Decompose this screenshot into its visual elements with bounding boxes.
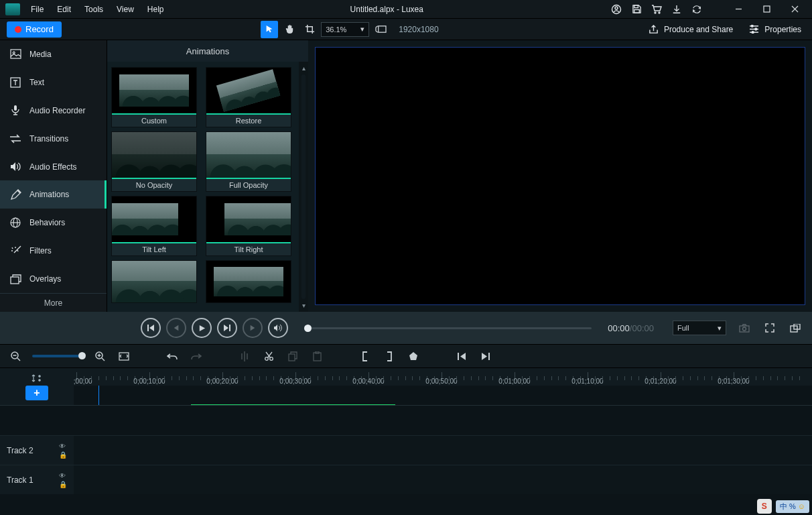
redo-button[interactable] [189, 349, 204, 363]
fullscreen-button[interactable] [762, 321, 777, 335]
preview-mode-select[interactable]: Full▾ [673, 321, 726, 335]
properties-button[interactable]: Properties [749, 25, 801, 34]
zoom-fit-button[interactable] [117, 349, 131, 363]
svg-point-1 [615, 7, 618, 9]
preview-canvas[interactable] [315, 47, 805, 305]
rewind-start-button[interactable] [141, 318, 161, 338]
go-start-button[interactable] [454, 349, 469, 363]
sidebar-item-transitions[interactable]: Transitions [0, 125, 107, 153]
anim-thumb-tilt-left[interactable]: Tilt Left [111, 196, 197, 256]
scroll-up-icon[interactable]: ▴ [302, 64, 306, 72]
pointer-tool[interactable] [261, 21, 278, 38]
anim-thumb-7[interactable] [111, 260, 197, 303]
undo-button[interactable] [165, 349, 180, 363]
zoom-slider[interactable] [32, 355, 83, 357]
playback-knob[interactable] [304, 325, 312, 332]
watermark: S 中 % ☺ [757, 499, 809, 514]
track-label-2[interactable]: Track 2👁🔒 [0, 436, 74, 465]
zoom-in-button[interactable] [92, 349, 107, 363]
paste-button[interactable] [310, 349, 324, 363]
crop-tool[interactable] [301, 21, 318, 38]
anim-thumb-restore[interactable]: Restore [206, 67, 291, 127]
sidebar: Media Text Audio Recorder Transitions Au… [0, 40, 107, 312]
record-button[interactable]: Record [7, 21, 62, 38]
split-button[interactable] [237, 349, 252, 363]
produce-share-button[interactable]: Produce and Share [649, 24, 733, 34]
track-label-1[interactable]: Track 1👁🔒 [0, 465, 74, 494]
detach-preview-button[interactable] [788, 321, 803, 335]
menu-help[interactable]: Help [141, 0, 171, 19]
prev-frame-button[interactable] [166, 318, 186, 338]
track-lane-1[interactable] [74, 465, 812, 494]
sidebar-item-overlays[interactable]: Overlays [0, 265, 107, 293]
cart-icon[interactable] [651, 4, 662, 15]
sync-icon[interactable] [691, 4, 702, 15]
eye-icon[interactable]: 👁 [59, 472, 67, 479]
watermark-s-icon: S [757, 499, 772, 514]
forward-end-button[interactable] [243, 318, 263, 338]
timeline-clip[interactable] [191, 404, 395, 405]
animations-scrollbar[interactable]: ▴ ▾ [299, 62, 308, 312]
track-lane-2[interactable] [74, 436, 812, 465]
close-button[interactable] [785, 0, 804, 19]
play-button[interactable] [192, 318, 212, 338]
account-icon[interactable] [611, 4, 622, 15]
eye-icon[interactable]: 👁 [59, 443, 67, 450]
zoom-out-button[interactable] [8, 349, 23, 363]
chevron-down-icon: ▾ [718, 324, 722, 333]
volume-button[interactable] [268, 318, 288, 338]
sidebar-item-audio-recorder[interactable]: Audio Recorder [0, 97, 107, 125]
next-frame-button[interactable] [217, 318, 237, 338]
lock-icon[interactable]: 🔒 [59, 451, 67, 459]
sidebar-item-filters[interactable]: Filters [0, 237, 107, 265]
add-track-button[interactable]: + [25, 386, 48, 400]
anim-thumb-8[interactable] [206, 260, 291, 303]
maximize-button[interactable] [757, 0, 776, 19]
scroll-down-icon[interactable]: ▾ [302, 302, 306, 309]
sidebar-item-media[interactable]: Media [0, 40, 107, 68]
ruler[interactable]: 0;00;00;000;00;10;000;00;20;000;00;30;00… [74, 368, 812, 386]
minimize-button[interactable] [729, 0, 748, 19]
anim-thumb-tilt-right[interactable]: Tilt Right [206, 196, 291, 256]
sidebar-item-animations[interactable]: Animations [0, 180, 107, 209]
timeline-tools [0, 344, 812, 368]
menu-file[interactable]: File [24, 0, 50, 19]
playback-slider[interactable] [304, 327, 592, 329]
sidebar-more[interactable]: More [0, 293, 107, 312]
svg-point-15 [755, 28, 757, 30]
marker-button[interactable] [406, 349, 421, 363]
share-icon [649, 24, 659, 34]
mark-in-button[interactable] [358, 349, 373, 363]
tracks-area: Track 2👁🔒 Track 1👁🔒 [0, 406, 812, 515]
toolbar: Record 36.1% ▾ 1920x1080 Produce and Sha… [0, 19, 812, 40]
copy-button[interactable] [285, 349, 300, 363]
anim-thumb-full-opacity[interactable]: Full Opacity [206, 131, 291, 192]
svg-point-26 [743, 327, 746, 331]
scroll-track[interactable] [301, 74, 306, 299]
zoom-readout[interactable]: 36.1% ▾ [321, 22, 369, 37]
cut-button[interactable] [261, 349, 276, 363]
main-area: Media Text Audio Recorder Transitions Au… [0, 40, 812, 312]
hand-tool[interactable] [281, 21, 298, 38]
menu-tools[interactable]: Tools [78, 0, 110, 19]
track-arrows-icon [31, 374, 43, 383]
playhead-line[interactable] [98, 386, 99, 405]
snapshot-button[interactable] [737, 321, 752, 335]
menu-edit[interactable]: Edit [50, 0, 78, 19]
fit-aspect-tool[interactable] [372, 21, 389, 38]
menu-view[interactable]: View [110, 0, 141, 19]
anim-thumb-no-opacity[interactable]: No Opacity [111, 131, 197, 192]
sidebar-item-audio-effects[interactable]: Audio Effects [0, 153, 107, 181]
svg-rect-17 [11, 50, 21, 58]
download-icon[interactable] [671, 4, 682, 15]
save-icon[interactable] [631, 4, 642, 15]
go-end-button[interactable] [478, 349, 493, 363]
lock-icon[interactable]: 🔒 [59, 481, 67, 488]
pen-icon [9, 188, 21, 201]
anim-thumb-custom[interactable]: Custom [111, 67, 197, 127]
mark-out-button[interactable] [382, 349, 397, 363]
svg-rect-7 [764, 6, 770, 12]
timeline-ruler-area[interactable]: 0;00;03;08 0;00;00;000;00;10;000;00;20;0… [74, 368, 812, 405]
sidebar-item-behaviors[interactable]: Behaviors [0, 209, 107, 237]
sidebar-item-text[interactable]: Text [0, 68, 107, 97]
